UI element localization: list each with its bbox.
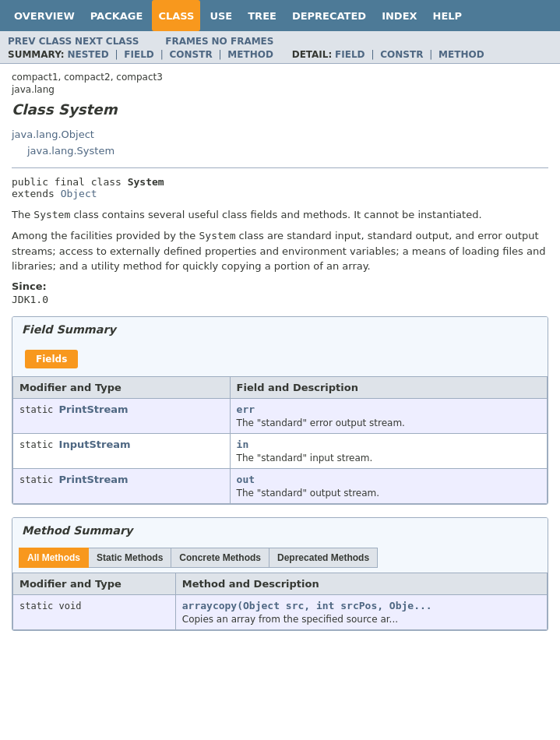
top-navigation: OVERVIEW PACKAGE CLASS USE TREE DEPRECAT… bbox=[0, 0, 560, 31]
field-err-link[interactable]: err bbox=[237, 403, 255, 415]
field-out-link[interactable]: out bbox=[237, 474, 255, 485]
since-value: JDK1.0 bbox=[12, 294, 548, 305]
since-section: Since: JDK1.0 bbox=[12, 280, 548, 305]
nav-deprecated[interactable]: DEPRECATED bbox=[286, 0, 372, 31]
description-1: The System class contains several useful… bbox=[12, 207, 548, 223]
field-summary-title: Field Summary bbox=[12, 317, 548, 342]
next-class-link[interactable]: NEXT CLASS bbox=[75, 36, 139, 47]
no-frames-link[interactable]: NO FRAMES bbox=[212, 36, 274, 47]
tab-all-methods[interactable]: All Methods bbox=[19, 548, 89, 568]
breadcrumb: compact1, compact2, compact3 bbox=[12, 72, 548, 83]
table-row: static PrintStream out The "standard" ou… bbox=[13, 468, 548, 503]
field-in-desc: The "standard" input stream. bbox=[237, 453, 541, 463]
detail-constr[interactable]: CONSTR bbox=[380, 49, 423, 60]
detail-field[interactable]: FIELD bbox=[335, 49, 365, 60]
type-printstream-link[interactable]: PrintStream bbox=[59, 403, 129, 415]
prev-class-link[interactable]: PREV CLASS bbox=[8, 36, 72, 47]
method-tabs: All Methods Static Methods Concrete Meth… bbox=[12, 543, 548, 573]
table-row: static PrintStream err The "standard" er… bbox=[13, 398, 548, 433]
tab-deprecated-methods[interactable]: Deprecated Methods bbox=[269, 548, 378, 568]
summary-constr[interactable]: CONSTR bbox=[170, 49, 213, 60]
nav-use[interactable]: USE bbox=[203, 0, 238, 31]
frames-link[interactable]: FRAMES bbox=[165, 36, 209, 47]
detail-label: DETAIL: bbox=[292, 49, 333, 60]
col-modifier-type: Modifier and Type bbox=[13, 376, 231, 398]
type-printstream2-link[interactable]: PrintStream bbox=[59, 474, 129, 485]
method-arraycopy-link[interactable]: arraycopy(Object src, int srcPos, Obje..… bbox=[182, 600, 432, 611]
table-row: static void arraycopy(Object src, int sr… bbox=[13, 594, 548, 629]
type-inputstream-link[interactable]: InputStream bbox=[59, 439, 131, 450]
field-out-desc: The "standard" output stream. bbox=[237, 488, 541, 499]
summary-nested[interactable]: NESTED bbox=[67, 49, 108, 60]
sub-navigation: PREV CLASS NEXT CLASS FRAMES NO FRAMES S… bbox=[0, 31, 560, 64]
table-row: static InputStream in The "standard" inp… bbox=[13, 433, 548, 468]
package-name: java.lang bbox=[12, 84, 548, 95]
nav-index[interactable]: INDEX bbox=[375, 0, 423, 31]
method-arraycopy-desc: Copies an array from the specified sourc… bbox=[182, 614, 541, 625]
nav-overview[interactable]: OVERVIEW bbox=[8, 0, 81, 31]
field-summary-section: Field Summary Fields Modifier and Type F… bbox=[12, 316, 548, 505]
col-modifier-type-method: Modifier and Type bbox=[13, 573, 176, 594]
nav-class[interactable]: CLASS bbox=[152, 0, 200, 31]
tab-concrete-methods[interactable]: Concrete Methods bbox=[171, 548, 269, 568]
detail-method[interactable]: METHOD bbox=[438, 49, 484, 60]
summary-field[interactable]: FIELD bbox=[124, 49, 153, 60]
class-title: Class System bbox=[12, 101, 548, 118]
method-summary-table: Modifier and Type Method and Description… bbox=[12, 573, 548, 630]
fields-tab-button[interactable]: Fields bbox=[25, 350, 78, 368]
since-label: Since: bbox=[12, 280, 548, 292]
inheritance-hierarchy: java.lang.Object java.lang.System bbox=[12, 127, 548, 160]
method-summary-section: Method Summary All Methods Static Method… bbox=[12, 517, 548, 631]
nav-help[interactable]: HELP bbox=[427, 0, 469, 31]
section-divider bbox=[12, 167, 548, 168]
summary-method[interactable]: METHOD bbox=[227, 49, 273, 60]
col-method-desc: Method and Description bbox=[175, 573, 547, 594]
summary-label: SUMMARY: bbox=[8, 49, 65, 60]
current-class-link: java.lang.System bbox=[27, 145, 114, 157]
field-summary-table: Modifier and Type Field and Description … bbox=[12, 376, 548, 504]
description-2: Among the facilities provided by the Sys… bbox=[12, 228, 548, 274]
class-declaration: public final class System extends Object bbox=[12, 176, 548, 199]
nav-package[interactable]: PACKAGE bbox=[84, 0, 150, 31]
tab-static-methods[interactable]: Static Methods bbox=[88, 548, 171, 568]
method-summary-title: Method Summary bbox=[12, 518, 548, 543]
field-err-desc: The "standard" error output stream. bbox=[237, 418, 541, 428]
col-field-desc: Field and Description bbox=[230, 376, 547, 398]
parent-class-link[interactable]: java.lang.Object bbox=[12, 129, 94, 140]
field-in-link[interactable]: in bbox=[237, 439, 249, 450]
nav-tree[interactable]: TREE bbox=[241, 0, 283, 31]
main-content: compact1, compact2, compact3 java.lang C… bbox=[0, 64, 560, 651]
